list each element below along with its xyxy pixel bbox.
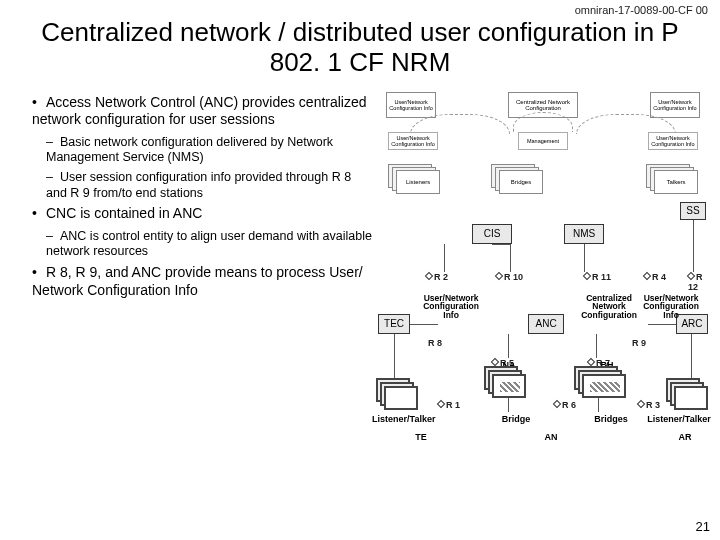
ref-r2: R 2 (426, 272, 448, 282)
node-nms: NMS (564, 224, 604, 244)
ref-r4: R 4 (644, 272, 666, 282)
cap-lt-right: Listener/Talker (644, 414, 714, 424)
upper-attr-mid: Management (518, 132, 568, 150)
bullet-l1: •Access Network Control (ANC) provides c… (32, 94, 374, 129)
upper-diagram: User/Network Configuration Info Centrali… (380, 90, 706, 200)
bullet-l1: •R 8, R 9, and ANC provide means to proc… (32, 264, 374, 299)
dash-mark: – (46, 135, 60, 151)
ref-r12: R 12 (688, 272, 710, 292)
ref-r10: R 10 (496, 272, 523, 282)
cap-lt-left: Listener/Talker (372, 414, 432, 424)
bullet-text: Access Network Control (ANC) provides ce… (32, 94, 367, 128)
stack-listener-talker-left (376, 378, 420, 412)
bullet-mark: • (32, 264, 46, 282)
figure-column: User/Network Configuration Info Centrali… (374, 90, 712, 464)
cfg-label-right: User/Network Configuration Info (638, 294, 704, 320)
bullet-text: CNC is contained in ANC (46, 205, 202, 221)
cap-bridge: Bridge (496, 414, 536, 424)
cfg-label-left: User/Network Configuration Info (418, 294, 484, 320)
connector (444, 244, 445, 272)
ref-r3: R 3 (638, 400, 660, 410)
stack-label: Bridges (499, 170, 543, 194)
bullet-mark: • (32, 205, 46, 223)
ref-r1: R 1 (438, 400, 460, 410)
bullet-text: User session configuration info provided… (46, 170, 351, 200)
connector (584, 244, 585, 272)
upper-left-box: User/Network Configuration Info (386, 92, 436, 118)
bullet-l2: –User session configuration info provide… (46, 170, 374, 201)
ref-r11: R 11 (584, 272, 611, 282)
ref-r8: R 8 (428, 338, 442, 348)
bullet-l2: –ANC is control entity to align user dem… (46, 229, 374, 260)
bullet-l1: •CNC is contained in ANC (32, 205, 374, 223)
cap-an: AN (536, 432, 566, 442)
node-cis: CIS (472, 224, 512, 244)
upper-stack-bridges: Bridges (491, 164, 543, 194)
connector (648, 324, 676, 325)
connector (492, 244, 510, 245)
cap-ar: AR (670, 432, 700, 442)
upper-right-box: User/Network Configuration Info (650, 92, 700, 118)
stack-label: Talkers (654, 170, 698, 194)
cap-te: TE (406, 432, 436, 442)
page-number: 21 (696, 519, 710, 534)
node-anc: ANC (528, 314, 564, 334)
connector (410, 324, 438, 325)
dash-mark: – (46, 229, 60, 245)
bullet-mark: • (32, 94, 46, 112)
ref-r6: R 6 (554, 400, 576, 410)
upper-attr-left: User/Network Configuration Info (388, 132, 438, 150)
stack-na (484, 366, 528, 400)
stack-listener-talker-right (666, 378, 710, 412)
upper-stack-talkers: Talkers (646, 164, 698, 194)
lower-diagram: CIS NMS SS TEC ANC ARC R 2 R 10 R 11 R 4… (376, 202, 710, 462)
stack-label: Listeners (396, 170, 440, 194)
node-tec: TEC (378, 314, 410, 334)
connector (510, 244, 511, 272)
connector (508, 398, 509, 412)
bullet-text: ANC is control entity to align user dema… (46, 229, 372, 259)
bullet-column: •Access Network Control (ANC) provides c… (8, 90, 374, 464)
doc-id: omniran-17-0089-00-CF 00 (575, 4, 708, 16)
upper-attr-right: User/Network Configuration Info (648, 132, 698, 150)
connector (693, 220, 694, 272)
cfg-label-center: Centralized Network Configuration (576, 294, 642, 320)
bullet-l2: –Basic network configuration delivered b… (46, 135, 374, 166)
node-ss: SS (680, 202, 706, 220)
bullet-text: Basic network configuration delivered by… (46, 135, 333, 165)
connector (598, 398, 599, 412)
bullet-text: R 8, R 9, and ANC provide means to proce… (32, 264, 363, 298)
cap-bridges: Bridges (586, 414, 636, 424)
ref-r9: R 9 (632, 338, 646, 348)
content-area: •Access Network Control (ANC) provides c… (0, 84, 720, 464)
upper-stack-listeners: Listeners (388, 164, 440, 194)
dash-mark: – (46, 170, 60, 186)
stack-bh (574, 366, 638, 400)
